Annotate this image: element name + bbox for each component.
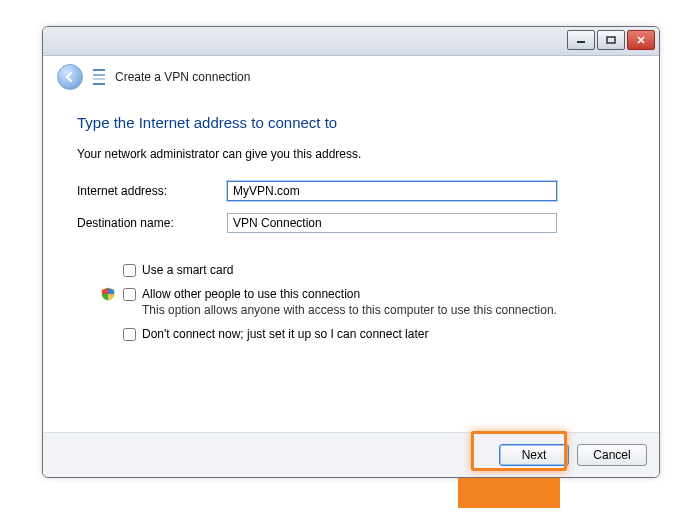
svg-rect-0 xyxy=(577,41,585,43)
window-title: Create a VPN connection xyxy=(115,70,250,84)
orange-block xyxy=(458,478,560,508)
allow-others-label: Allow other people to use this connectio… xyxy=(142,287,557,301)
back-button[interactable] xyxy=(57,64,83,90)
defer-label: Don't connect now; just set it up so I c… xyxy=(142,327,428,341)
cancel-button[interactable]: Cancel xyxy=(577,444,647,466)
page-subtext: Your network administrator can give you … xyxy=(77,147,625,161)
internet-address-input[interactable] xyxy=(227,181,557,201)
maximize-button[interactable] xyxy=(597,30,625,50)
destination-name-label: Destination name: xyxy=(77,216,227,230)
next-button[interactable]: Next xyxy=(499,444,569,466)
wizard-icon xyxy=(93,69,105,85)
uac-shield-icon xyxy=(101,287,115,301)
internet-address-label: Internet address: xyxy=(77,184,227,198)
allow-others-checkbox[interactable] xyxy=(123,288,136,301)
smartcard-checkbox[interactable] xyxy=(123,264,136,277)
svg-rect-1 xyxy=(607,37,615,43)
allow-others-sub: This option allows anyone with access to… xyxy=(142,303,557,317)
wizard-window: Create a VPN connection Type the Interne… xyxy=(42,26,660,478)
arrow-left-icon xyxy=(64,71,76,83)
defer-checkbox[interactable] xyxy=(123,328,136,341)
minimize-button[interactable] xyxy=(567,30,595,50)
close-button[interactable] xyxy=(627,30,655,50)
page-heading: Type the Internet address to connect to xyxy=(77,114,625,131)
destination-name-input[interactable] xyxy=(227,213,557,233)
titlebar xyxy=(43,27,659,56)
smartcard-label: Use a smart card xyxy=(142,263,233,277)
